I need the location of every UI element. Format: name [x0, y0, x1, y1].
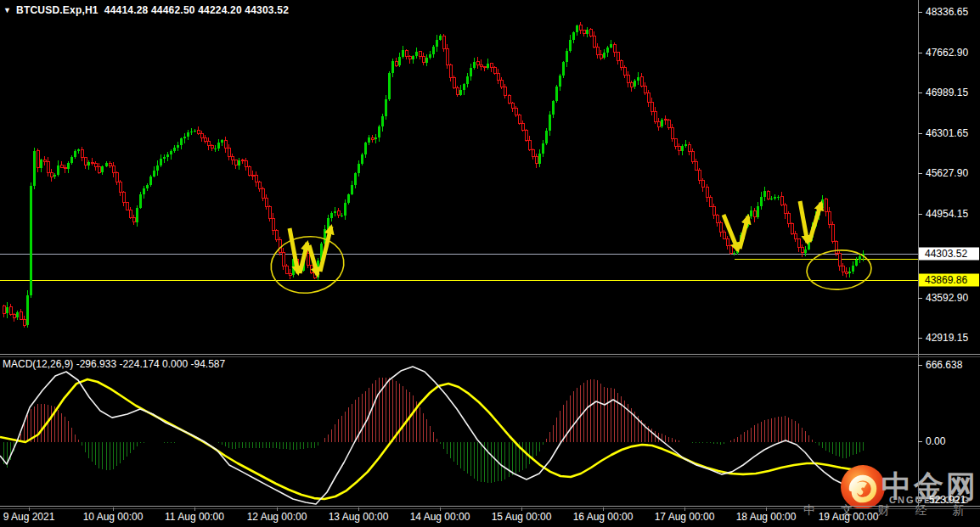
price-axis-tick: [918, 338, 922, 339]
price-axis-tick: [918, 133, 922, 134]
price-axis-tick: [918, 214, 922, 215]
bid-price-box: 44303.52: [919, 248, 979, 261]
time-axis-label: 16 Aug 00:00: [573, 511, 634, 523]
time-axis-label: 12 Aug 00:00: [247, 511, 307, 523]
chart-canvas[interactable]: [0, 0, 980, 527]
price-axis-tick: [918, 12, 922, 13]
price-axis-label: 42919.15: [926, 332, 968, 344]
candlestick-series: [3, 22, 865, 328]
timebar-divider: [0, 506, 980, 507]
chevron-down-icon[interactable]: ▼: [3, 6, 11, 14]
time-axis-label: 9 Aug 2021: [3, 511, 55, 523]
symbol-ohlc-header[interactable]: ▼BTCUSD.Exp,H1 44414.28 44462.50 44224.2…: [3, 4, 289, 16]
time-axis-label: 10 Aug 00:00: [83, 511, 144, 523]
time-axis-label: 13 Aug 00:00: [329, 511, 389, 523]
pane-divider[interactable]: [0, 354, 980, 355]
price-axis-label: 44954.15: [926, 208, 968, 220]
yellow-level-price-box: 43869.86: [919, 274, 979, 287]
macd-axis-tick: [918, 441, 922, 442]
macd-indicator-pane: [0, 367, 864, 504]
horizontal-level-lines[interactable]: [0, 255, 918, 281]
time-axis-label: 17 Aug 00:00: [655, 511, 715, 523]
price-axis-label: 43592.90: [926, 292, 968, 304]
symbol-label: BTCUSD.Exp,H1: [16, 4, 99, 16]
price-axis-label: 46301.65: [926, 127, 968, 139]
price-axis-tick: [918, 298, 922, 299]
price-axis-tick: [918, 173, 922, 174]
price-axis-label: 48336.65: [926, 6, 968, 18]
ohlc-values: 44414.28 44462.50 44224.20 44303.52: [104, 4, 289, 16]
price-axis-label: 45627.90: [926, 167, 968, 179]
time-axis-label: 18 Aug 00:00: [736, 511, 797, 523]
price-axis-label: 47662.90: [926, 47, 968, 59]
macd-axis-tick: [918, 365, 922, 366]
time-axis-label: 14 Aug 00:00: [410, 511, 470, 523]
timebar-divider-shadow: [0, 508, 980, 509]
macd-axis-label: 0.00: [926, 435, 945, 447]
time-axis-label: 19 Aug 00:00: [819, 511, 879, 523]
trading-terminal-window: 中金网 CNGOLD.ORG 中 文 财 经 新 媒 体 ▼BTCUSD.Exp…: [0, 0, 980, 527]
macd-axis-label: 666.638: [926, 359, 962, 371]
macd-indicator-label: MACD(12,26,9) -296.933 -224.174 0.000 -9…: [3, 358, 225, 370]
price-axis-label: 46989.15: [926, 87, 968, 98]
pane-divider-shadow: [0, 356, 980, 357]
time-axis-label: 11 Aug 00:00: [165, 511, 224, 523]
time-axis-label: 15 Aug 00:00: [492, 511, 552, 523]
macd-axis-label: -523.921: [926, 494, 966, 506]
price-axis-tick: [918, 93, 922, 93]
analyst-annotations[interactable]: [268, 201, 873, 298]
price-axis-tick: [918, 53, 922, 53]
macd-axis-tick: [918, 500, 922, 501]
